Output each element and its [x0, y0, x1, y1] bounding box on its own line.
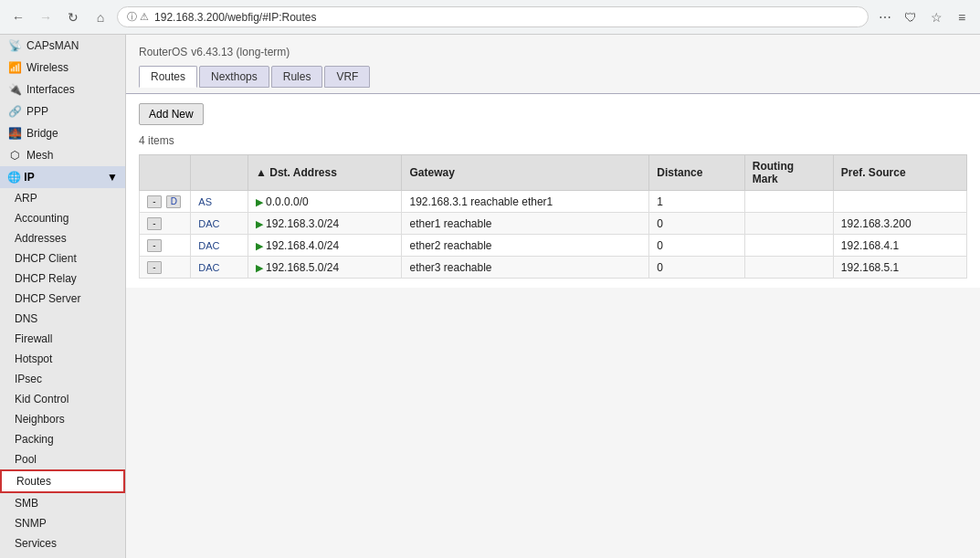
- sidebar-item-routes[interactable]: Routes: [0, 469, 125, 493]
- reload-button[interactable]: ↻: [62, 6, 84, 28]
- row-dst-address: ▶192.168.3.0/24: [248, 213, 402, 235]
- row-pref-source: 192.168.3.200: [833, 213, 966, 235]
- row-pref-source: 192.168.4.1: [833, 235, 966, 257]
- tab-rules[interactable]: Rules: [271, 66, 323, 88]
- star-button[interactable]: ☆: [925, 6, 947, 28]
- sidebar-item-pool[interactable]: Pool: [0, 449, 125, 469]
- row-minus-btn[interactable]: -: [140, 257, 191, 279]
- sidebar-item-neighbors[interactable]: Neighbors: [0, 409, 125, 429]
- route-arrow-icon: ▶: [256, 218, 263, 229]
- sidebar-item-smb[interactable]: SMB: [0, 493, 125, 513]
- route-arrow-icon: ▶: [256, 240, 263, 251]
- row-pref-source: [833, 191, 966, 213]
- row-gateway: ether3 reachable: [402, 257, 649, 279]
- sidebar-item-dhcp-client[interactable]: DHCP Client: [0, 248, 125, 268]
- row-distance: 0: [649, 235, 744, 257]
- back-button[interactable]: ←: [7, 6, 29, 28]
- sidebar-item-dhcp-server[interactable]: DHCP Server: [0, 289, 125, 309]
- router-os-name: RouterOS: [139, 46, 187, 58]
- route-arrow-icon: ▶: [256, 196, 263, 207]
- col-gateway: Gateway: [402, 155, 649, 191]
- row-minus-btn[interactable]: -: [140, 213, 191, 235]
- sidebar-item-firewall[interactable]: Firewall: [0, 329, 125, 349]
- menu-button[interactable]: ≡: [951, 6, 973, 28]
- col-pref-source: Pref. Source: [833, 155, 966, 191]
- row-distance: 1: [649, 191, 744, 213]
- tab-vrf[interactable]: VRF: [324, 66, 370, 88]
- row-routing-mark: [744, 235, 833, 257]
- sidebar-item-label: CAPsMAN: [26, 39, 79, 52]
- sidebar-item-kid-control[interactable]: Kid Control: [0, 389, 125, 409]
- row-dst-address: ▶192.168.4.0/24: [248, 235, 402, 257]
- address-bar[interactable]: ⓘ ⚠ 192.168.3.200/webfig/#IP:Routes: [117, 6, 869, 27]
- more-button[interactable]: ⋯: [874, 6, 896, 28]
- sidebar-item-label: Interfaces: [26, 83, 75, 96]
- ip-icon: 🌐: [7, 171, 21, 184]
- sidebar-item-mesh[interactable]: ⬡ Mesh: [0, 144, 125, 166]
- content-area: RouterOS v6.43.13 (long-term) Routes Nex…: [126, 35, 980, 558]
- row-minus-btn[interactable]: -: [140, 235, 191, 257]
- forward-button[interactable]: →: [35, 6, 57, 28]
- mesh-icon: ⬡: [7, 149, 22, 162]
- sidebar-item-services[interactable]: Services: [0, 533, 125, 553]
- minus-icon[interactable]: -: [147, 217, 162, 230]
- sidebar-item-ppp[interactable]: 🔗 PPP: [0, 100, 125, 122]
- table-header-row: ▲ Dst. Address Gateway Distance RoutingM…: [140, 155, 967, 191]
- sidebar-item-ipsec[interactable]: IPsec: [0, 369, 125, 389]
- sidebar-item-dns[interactable]: DNS: [0, 309, 125, 329]
- table-row: - DAC ▶192.168.4.0/24 ether2 reachable 0…: [140, 235, 967, 257]
- routes-table-body: - D AS ▶0.0.0.0/0 192.168.3.1 reachable …: [140, 191, 967, 279]
- sidebar-item-wireless[interactable]: 📶 Wireless: [0, 57, 125, 79]
- url-text: 192.168.3.200/webfig/#IP:Routes: [154, 11, 859, 24]
- sidebar-item-snmp[interactable]: SNMP: [0, 513, 125, 533]
- sidebar-item-accounting[interactable]: Accounting: [0, 208, 125, 228]
- router-title: RouterOS v6.43.13 (long-term): [139, 44, 967, 58]
- tabs-bar: Routes Nexthops Rules VRF: [139, 66, 967, 88]
- bookmarks-button[interactable]: 🛡: [900, 6, 922, 28]
- minus-icon[interactable]: -: [147, 239, 162, 252]
- row-dst-address: ▶192.168.5.0/24: [248, 257, 402, 279]
- minus-icon[interactable]: -: [147, 195, 162, 208]
- table-row: - DAC ▶192.168.5.0/24 ether3 reachable 0…: [140, 257, 967, 279]
- flag-d-btn[interactable]: D: [166, 195, 181, 208]
- table-row: - DAC ▶192.168.3.0/24 ether1 reachable 0…: [140, 213, 967, 235]
- row-gateway: ether1 reachable: [402, 213, 649, 235]
- row-routing-mark: [744, 213, 833, 235]
- row-dst-address: ▶0.0.0.0/0: [248, 191, 402, 213]
- wireless-icon: 📶: [7, 61, 22, 74]
- row-minus-btn[interactable]: - D: [140, 191, 191, 213]
- row-type: DAC: [191, 213, 248, 235]
- sidebar-item-addresses[interactable]: Addresses: [0, 228, 125, 248]
- row-type: DAC: [191, 235, 248, 257]
- row-type: AS: [191, 191, 248, 213]
- col-flags: [191, 155, 248, 191]
- row-pref-source: 192.168.5.1: [833, 257, 966, 279]
- sidebar-item-capsman[interactable]: 📡 CAPsMAN: [0, 35, 125, 57]
- items-count: 4 items: [139, 134, 967, 147]
- row-gateway: 192.168.3.1 reachable ether1: [402, 191, 649, 213]
- ip-label: 🌐 IP: [7, 171, 35, 184]
- row-type: DAC: [191, 257, 248, 279]
- sidebar-item-dhcp-relay[interactable]: DHCP Relay: [0, 268, 125, 289]
- content-header: RouterOS v6.43.13 (long-term) Routes Nex…: [126, 35, 980, 93]
- sidebar-item-label: Wireless: [26, 61, 68, 74]
- sidebar-item-packing[interactable]: Packing: [0, 429, 125, 449]
- sidebar-item-hotspot[interactable]: Hotspot: [0, 349, 125, 369]
- sidebar-item-arp[interactable]: ARP: [0, 188, 125, 208]
- ip-submenu: ARP Accounting Addresses DHCP Client DHC…: [0, 188, 125, 553]
- main-layout: 📡 CAPsMAN 📶 Wireless 🔌 Interfaces 🔗 PPP …: [0, 35, 980, 558]
- sidebar-item-bridge[interactable]: 🌉 Bridge: [0, 122, 125, 144]
- minus-icon[interactable]: -: [147, 261, 162, 274]
- sidebar: 📡 CAPsMAN 📶 Wireless 🔌 Interfaces 🔗 PPP …: [0, 35, 126, 558]
- routes-table: ▲ Dst. Address Gateway Distance RoutingM…: [139, 154, 967, 279]
- row-routing-mark: [744, 257, 833, 279]
- tab-routes[interactable]: Routes: [139, 66, 197, 88]
- row-distance: 0: [649, 257, 744, 279]
- home-button[interactable]: ⌂: [90, 6, 111, 28]
- sidebar-item-ip[interactable]: 🌐 IP ▼: [0, 166, 125, 188]
- sidebar-item-interfaces[interactable]: 🔌 Interfaces: [0, 79, 125, 100]
- browser-actions: ⋯ 🛡 ☆ ≡: [874, 6, 973, 28]
- add-new-button[interactable]: Add New: [139, 103, 204, 125]
- col-dst-address[interactable]: ▲ Dst. Address: [248, 155, 402, 191]
- tab-nexthops[interactable]: Nexthops: [199, 66, 269, 88]
